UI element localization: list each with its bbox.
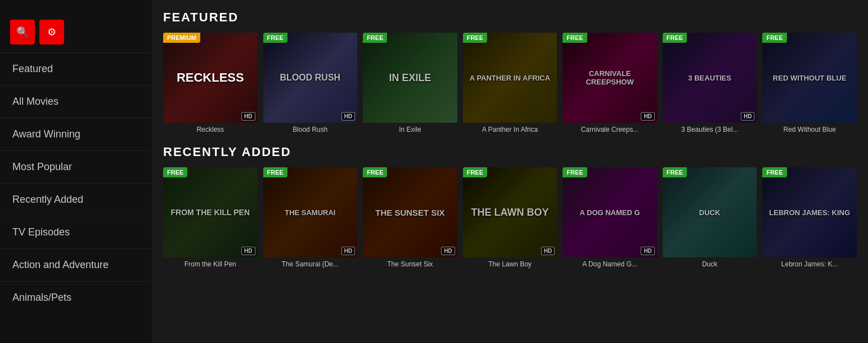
- icon-bar: 🔍 ⚙: [0, 16, 152, 52]
- movie-thumb-carnivale: FREECARNIVALE CREEPSHOWHD: [563, 33, 657, 123]
- poster-text-duck: DUCK: [663, 167, 757, 257]
- sidebar-item-award-winning[interactable]: Award Winning: [0, 118, 152, 150]
- movie-thumb-panther: FREEA PANTHER IN AFRICA: [463, 33, 557, 123]
- movie-card-dog[interactable]: FREEA DOG NAMED GHDA Dog Named G...: [563, 167, 657, 269]
- movie-title-carnivale: Carnivale Creeps...: [563, 123, 657, 135]
- movie-thumb-kill-pen: FREEFROM THE KILL PENHD: [163, 167, 258, 257]
- badge-reckless: PREMIUM: [163, 33, 200, 43]
- sidebar-item-most-popular[interactable]: Most Popular: [0, 150, 152, 183]
- sidebar-item-featured[interactable]: Featured: [0, 52, 152, 85]
- movie-thumb-lebron: FREELEBRON JAMES: KING: [762, 167, 857, 257]
- poster-text-kill-pen: FROM THE KILL PEN: [163, 167, 258, 257]
- movie-thumb-samurai: FREETHE SAMURAIHD: [263, 167, 358, 257]
- movie-title-sunset: The Sunset Six: [363, 257, 457, 269]
- hd-badge-lawn-boy: HD: [541, 247, 555, 255]
- movie-title-blood-rush: Blood Rush: [263, 123, 358, 135]
- badge-blood-rush: FREE: [263, 33, 287, 43]
- badge-beauties: FREE: [663, 33, 687, 43]
- movie-thumb-duck: FREEDUCK: [663, 167, 757, 257]
- poster-text-lebron: LEBRON JAMES: KING: [762, 167, 857, 257]
- poster-text-reckless: RECKLESS: [163, 33, 258, 123]
- main-content: FEATUREDPREMIUMRECKLESSHDRecklessFREEBLO…: [152, 0, 868, 343]
- poster-text-beauties: 3 BEAUTIES: [663, 33, 757, 123]
- sidebar-item-all-movies[interactable]: All Movies: [0, 85, 152, 118]
- hd-badge-beauties: HD: [741, 112, 754, 121]
- movie-card-blood-rush[interactable]: FREEBLOOD RUSHHDBlood Rush: [263, 33, 358, 135]
- badge-samurai: FREE: [263, 167, 287, 177]
- movie-card-beauties[interactable]: FREE3 BEAUTIESHD3 Beauties (3 Bel...: [663, 33, 757, 135]
- movie-title-kill-pen: From the Kill Pen: [163, 257, 258, 269]
- movie-thumb-blood-rush: FREEBLOOD RUSHHD: [263, 33, 358, 123]
- movie-card-duck[interactable]: FREEDUCKDuck: [663, 167, 757, 269]
- section-title-featured: FEATURED: [163, 10, 857, 25]
- movie-title-in-exile: In Exile: [363, 123, 457, 135]
- movie-card-carnivale[interactable]: FREECARNIVALE CREEPSHOWHDCarnivale Creep…: [563, 33, 657, 135]
- poster-text-carnivale: CARNIVALE CREEPSHOW: [563, 33, 657, 123]
- badge-lebron: FREE: [762, 167, 786, 177]
- movie-title-panther: A Panther In Africa: [463, 123, 557, 135]
- hd-badge-kill-pen: HD: [241, 247, 255, 255]
- hd-badge-carnivale: HD: [641, 112, 654, 121]
- movie-thumb-lawn-boy: FREETHE LAWN BOYHD: [463, 167, 557, 257]
- movie-card-red-blue[interactable]: FREERED WITHOUT BLUERed Without Blue: [762, 33, 857, 135]
- poster-text-lawn-boy: THE LAWN BOY: [463, 167, 557, 257]
- settings-button[interactable]: ⚙: [39, 20, 64, 44]
- sidebar-item-action-adventure[interactable]: Action and Adventure: [0, 248, 152, 281]
- movie-grid-recently-added: FREEFROM THE KILL PENHDFrom the Kill Pen…: [163, 167, 857, 269]
- movie-thumb-dog: FREEA DOG NAMED GHD: [563, 167, 657, 257]
- movie-title-duck: Duck: [663, 257, 757, 269]
- badge-panther: FREE: [463, 33, 487, 43]
- search-icon: 🔍: [16, 26, 29, 38]
- badge-in-exile: FREE: [363, 33, 387, 43]
- movie-card-reckless[interactable]: PREMIUMRECKLESSHDReckless: [163, 33, 258, 135]
- movie-card-panther[interactable]: FREEA PANTHER IN AFRICAA Panther In Afri…: [463, 33, 557, 135]
- logo: [0, 0, 152, 16]
- movie-card-in-exile[interactable]: FREEIN EXILEIn Exile: [363, 33, 457, 135]
- hd-badge-sunset: HD: [441, 247, 455, 255]
- movie-title-lawn-boy: The Lawn Boy: [463, 257, 557, 269]
- hd-badge-blood-rush: HD: [341, 112, 355, 121]
- sidebar-item-tv-episodes[interactable]: TV Episodes: [0, 216, 152, 248]
- badge-lawn-boy: FREE: [463, 167, 487, 177]
- settings-icon: ⚙: [47, 26, 56, 38]
- movie-thumb-reckless: PREMIUMRECKLESSHD: [163, 33, 258, 123]
- sidebar-item-animals-pets[interactable]: Animals/Pets: [0, 281, 152, 314]
- movie-card-samurai[interactable]: FREETHE SAMURAIHDThe Samurai (De...: [263, 167, 358, 269]
- badge-red-blue: FREE: [762, 33, 786, 43]
- section-title-recently-added: RECENTLY ADDED: [163, 145, 857, 159]
- movie-title-lebron: Lebron James: K...: [762, 257, 857, 269]
- movie-thumb-beauties: FREE3 BEAUTIESHD: [663, 33, 757, 123]
- poster-text-dog: A DOG NAMED G: [563, 167, 657, 257]
- poster-text-sunset: THE SUNSET SIX: [363, 167, 457, 257]
- movie-thumb-sunset: FREETHE SUNSET SIXHD: [363, 167, 457, 257]
- movie-thumb-red-blue: FREERED WITHOUT BLUE: [762, 33, 857, 123]
- badge-dog: FREE: [563, 167, 587, 177]
- movie-card-lebron[interactable]: FREELEBRON JAMES: KINGLebron James: K...: [762, 167, 857, 269]
- movie-title-samurai: The Samurai (De...: [263, 257, 358, 269]
- badge-carnivale: FREE: [563, 33, 587, 43]
- movie-grid-featured: PREMIUMRECKLESSHDRecklessFREEBLOOD RUSHH…: [163, 33, 857, 135]
- hd-badge-reckless: HD: [241, 112, 255, 121]
- poster-text-red-blue: RED WITHOUT BLUE: [762, 33, 857, 123]
- movie-card-sunset[interactable]: FREETHE SUNSET SIXHDThe Sunset Six: [363, 167, 457, 269]
- hd-badge-dog: HD: [641, 247, 654, 255]
- nav-menu: FeaturedAll MoviesAward WinningMost Popu…: [0, 52, 152, 314]
- movie-title-red-blue: Red Without Blue: [762, 123, 857, 135]
- poster-text-in-exile: IN EXILE: [363, 33, 457, 123]
- badge-kill-pen: FREE: [163, 167, 187, 177]
- hd-badge-samurai: HD: [341, 247, 355, 255]
- movie-title-beauties: 3 Beauties (3 Bel...: [663, 123, 757, 135]
- movie-card-kill-pen[interactable]: FREEFROM THE KILL PENHDFrom the Kill Pen: [163, 167, 258, 269]
- sidebar-item-recently-added[interactable]: Recently Added: [0, 183, 152, 216]
- poster-text-panther: A PANTHER IN AFRICA: [463, 33, 557, 123]
- movie-title-reckless: Reckless: [163, 123, 258, 135]
- movie-title-dog: A Dog Named G...: [563, 257, 657, 269]
- badge-duck: FREE: [663, 167, 687, 177]
- sidebar: 🔍 ⚙ FeaturedAll MoviesAward WinningMost …: [0, 0, 152, 343]
- poster-text-blood-rush: BLOOD RUSH: [263, 33, 358, 123]
- poster-text-samurai: THE SAMURAI: [263, 167, 358, 257]
- movie-card-lawn-boy[interactable]: FREETHE LAWN BOYHDThe Lawn Boy: [463, 167, 557, 269]
- movie-thumb-in-exile: FREEIN EXILE: [363, 33, 457, 123]
- search-button[interactable]: 🔍: [10, 20, 35, 44]
- badge-sunset: FREE: [363, 167, 387, 177]
